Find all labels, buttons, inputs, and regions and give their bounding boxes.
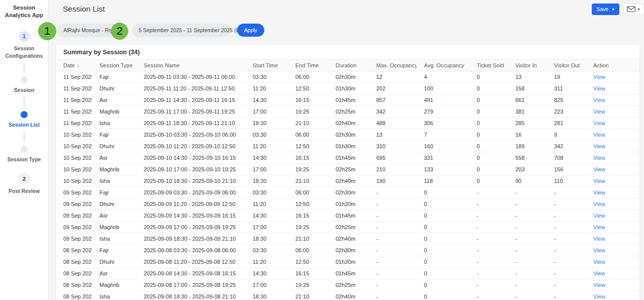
cell-session-name: 2025-09-08 03:30 - 2025-09-08 06:00: [136, 245, 245, 256]
step-marker-session[interactable]: [21, 76, 28, 83]
cell-start-time: 11:20: [245, 141, 288, 152]
cell-visitor-in: 203: [508, 164, 547, 175]
view-link[interactable]: View: [593, 213, 605, 219]
view-link[interactable]: View: [593, 109, 605, 115]
view-link[interactable]: View: [593, 247, 605, 253]
cell-end-time: 16:15: [288, 94, 328, 106]
cell-session-name: 2025-09-11 17:00 - 2025-09-11 19:25: [136, 106, 245, 118]
cell-ticket-sold: 0: [469, 106, 508, 118]
column-header-duration: Duration: [328, 60, 369, 71]
cell-session-name: 2025-09-08 14:30 - 2025-09-08 16:15: [136, 268, 245, 279]
table-row: 08 Sep 2025 Dhuhr 2025-09-08 11:20 - 202…: [56, 256, 639, 268]
cell-visitor-in: -: [508, 198, 547, 210]
cell-visitor-out: 825: [547, 94, 586, 106]
step-marker-session-configurations[interactable]: 1: [19, 31, 30, 42]
view-link[interactable]: View: [593, 178, 605, 184]
apply-button[interactable]: Apply: [237, 24, 264, 37]
page-title: Session List: [63, 5, 105, 14]
chevron-down-icon: ▼: [637, 8, 640, 11]
cell-visitor-in: 285: [508, 118, 547, 129]
cell-avg-occupancy: 118: [416, 175, 469, 187]
column-header-action: Action: [586, 60, 639, 71]
view-link[interactable]: View: [593, 236, 605, 242]
view-link[interactable]: View: [593, 97, 605, 103]
sidebar-item-session[interactable]: Session: [13, 86, 36, 94]
view-link[interactable]: View: [593, 155, 605, 161]
cell-visitor-out: -: [547, 256, 586, 268]
envelope-icon: [627, 6, 635, 12]
cell-max-occupancy: 695: [369, 152, 416, 164]
cell-date: 10 Sep 2025: [56, 129, 92, 141]
view-link[interactable]: View: [593, 166, 605, 172]
cell-start-time: 11:20: [245, 256, 288, 268]
cell-action: View: [586, 129, 639, 141]
cell-visitor-out: 342: [547, 141, 586, 152]
cell-duration: 01h30m: [328, 198, 369, 210]
cell-avg-occupancy: 279: [416, 106, 469, 118]
cell-start-time: 11:20: [245, 83, 288, 94]
cell-visitor-in: 189: [508, 141, 547, 152]
cell-session-name: 2025-09-08 11:20 - 2025-09-08 12:50: [136, 256, 245, 268]
cell-ticket-sold: 0: [469, 83, 508, 94]
view-link[interactable]: View: [593, 282, 605, 288]
cell-duration: 02h25m: [328, 279, 369, 291]
cell-visitor-in: -: [508, 222, 547, 233]
sidebar-item-session-list[interactable]: Session List: [7, 121, 41, 129]
cell-date: 09 Sep 2025: [56, 233, 92, 245]
cell-visitor-out: -: [547, 222, 586, 233]
table-row: 11 Sep 2025 Isha 2025-09-11 18:30 - 2025…: [56, 118, 639, 129]
cell-end-time: 06:00: [288, 71, 328, 83]
cell-ticket-sold: 0: [469, 175, 508, 187]
main-content: Session List Save ▼ ▼ AlRajhi Mosque - R…: [49, 0, 644, 300]
cell-visitor-in: 90: [508, 175, 547, 187]
cell-session-name: 2025-09-11 03:30 - 2025-09-11 06:00: [136, 71, 245, 83]
view-link[interactable]: View: [593, 201, 605, 207]
sidebar-item-session-configurations[interactable]: Session Configurations: [0, 45, 48, 59]
view-link[interactable]: View: [593, 293, 605, 299]
view-link[interactable]: View: [593, 259, 605, 265]
cell-duration: 02h25m: [328, 222, 369, 233]
cell-max-occupancy: -: [369, 291, 416, 300]
annotation-badge-2: 2: [111, 23, 128, 40]
cell-max-occupancy: 310: [369, 141, 416, 152]
filter-bar: AlRajhi Mosque - Riyadh 5 September 2025…: [49, 23, 644, 37]
view-link[interactable]: View: [593, 120, 605, 126]
session-table-body: 11 Sep 2025 Fajr 2025-09-11 03:30 - 2025…: [56, 71, 639, 300]
cell-visitor-out: 281: [547, 118, 586, 129]
step-marker-session-type[interactable]: [21, 146, 28, 153]
column-header-end-time: End Time: [288, 60, 328, 71]
cell-session-type: Isha: [92, 233, 136, 245]
cell-end-time: 16:15: [288, 210, 328, 222]
cell-visitor-out: 223: [547, 106, 586, 118]
cell-max-occupancy: -: [369, 279, 416, 291]
date-range-filter-dropdown[interactable]: 5 September 2025 - 11 September 2025 (La…: [132, 24, 231, 37]
save-button[interactable]: Save ▼: [592, 4, 619, 15]
cell-session-name: 2025-09-10 18:30 - 2025-09-10 21:10: [136, 175, 245, 187]
cell-ticket-sold: 0: [469, 94, 508, 106]
view-link[interactable]: View: [593, 224, 605, 230]
mail-button[interactable]: ▼: [623, 4, 644, 15]
view-link[interactable]: View: [593, 189, 605, 195]
summary-card: Summary by Session (34) Date↓ Session Ty…: [55, 44, 640, 300]
view-link[interactable]: View: [593, 270, 605, 276]
cell-max-occupancy: -: [369, 245, 416, 256]
cell-ticket-sold: -: [469, 256, 508, 268]
view-link[interactable]: View: [593, 85, 605, 91]
view-link[interactable]: View: [593, 143, 605, 149]
table-row: 11 Sep 2025 Fajr 2025-09-11 03:30 - 2025…: [56, 71, 639, 83]
cell-visitor-in: 381: [508, 106, 547, 118]
column-header-date[interactable]: Date↓: [56, 60, 92, 71]
step-marker-post-review[interactable]: 2: [19, 173, 30, 184]
view-link[interactable]: View: [593, 132, 605, 138]
cell-date: 11 Sep 2025: [56, 71, 92, 83]
sidebar-item-session-type[interactable]: Session Type: [6, 156, 43, 163]
cell-avg-occupancy: 0: [416, 198, 469, 210]
cell-visitor-out: -: [547, 245, 586, 256]
table-row: 11 Sep 2025 Dhuhr 2025-09-11 11:20 - 202…: [56, 83, 639, 94]
sidebar-item-post-review[interactable]: Post Review: [7, 187, 41, 195]
cell-ticket-sold: 0: [469, 164, 508, 175]
step-marker-session-list[interactable]: [21, 111, 28, 118]
view-link[interactable]: View: [593, 74, 605, 80]
cell-end-time: 21:10: [288, 175, 328, 187]
table-row: 08 Sep 2025 Isha 2025-09-08 18:30 - 2025…: [56, 291, 639, 300]
